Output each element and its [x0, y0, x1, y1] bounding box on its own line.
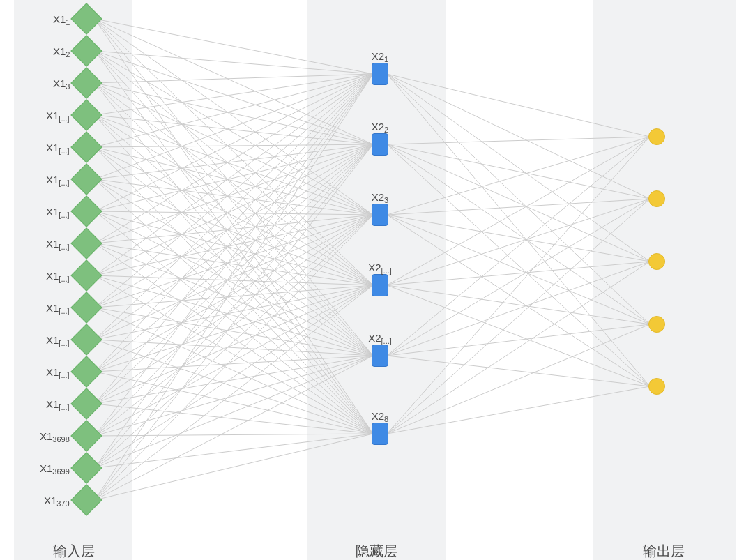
output-node-0: [648, 128, 665, 145]
input-layer-title: 输入层: [53, 542, 95, 560]
output-node-4: [648, 378, 665, 395]
input-node-label-15: X1370: [44, 494, 70, 506]
hidden-node-label-3: X2[...]: [368, 262, 392, 273]
input-node-label-12: X1[...]: [46, 398, 70, 410]
input-node-label-9: X1[...]: [46, 302, 70, 314]
input-node-label-1: X12: [53, 45, 70, 57]
input-node-label-0: X11: [53, 13, 70, 25]
output-node-3: [648, 316, 665, 333]
hidden-node-1: [372, 133, 388, 156]
hidden-node-0: [372, 63, 388, 85]
output-layer-band: [593, 0, 736, 560]
input-node-label-6: X1[...]: [46, 206, 70, 218]
input-node-label-5: X1[...]: [46, 174, 70, 186]
input-node-label-4: X1[...]: [46, 142, 70, 153]
input-node-label-13: X13698: [40, 430, 70, 442]
input-node-label-2: X13: [53, 77, 70, 89]
input-node-label-11: X1[...]: [46, 366, 70, 378]
hidden-node-label-1: X22: [372, 121, 388, 133]
hidden-node-3: [372, 274, 388, 296]
hidden-node-label-2: X23: [372, 191, 388, 203]
output-layer-title: 输出层: [643, 542, 685, 560]
hidden-node-label-4: X2[...]: [368, 332, 392, 344]
hidden-layer-title: 隐藏层: [356, 542, 397, 560]
input-node-label-7: X1[...]: [46, 238, 70, 250]
input-node-label-14: X13699: [40, 462, 70, 474]
nn-diagram: X11X12X13X1[...]X1[...]X1[...]X1[...]X1[…: [0, 0, 753, 560]
input-node-label-3: X1[...]: [46, 109, 70, 121]
hidden-node-2: [372, 204, 388, 226]
hidden-node-label-0: X21: [372, 50, 388, 62]
hidden-node-4: [372, 345, 388, 367]
output-node-1: [648, 190, 665, 207]
input-node-label-10: X1[...]: [46, 334, 70, 346]
hidden-node-label-5: X28: [372, 410, 388, 422]
output-node-2: [648, 253, 665, 270]
hidden-node-5: [372, 423, 388, 445]
input-node-label-8: X1[...]: [46, 270, 70, 282]
